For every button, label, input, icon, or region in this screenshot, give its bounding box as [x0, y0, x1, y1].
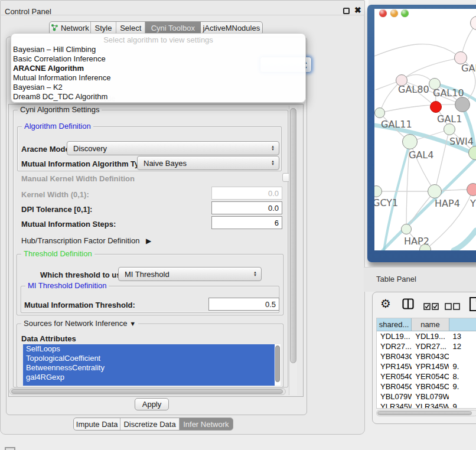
- dpi-tolerance-label: DPI Tolerance [0,1]:: [21, 205, 92, 214]
- tab-network[interactable]: Network: [50, 22, 91, 34]
- mi-threshold-label: Mutual Information Threshold:: [24, 301, 135, 309]
- mi-threshold-input[interactable]: [208, 298, 279, 311]
- attributes-scrollbar[interactable]: [275, 344, 281, 386]
- settings-horizontal-scrollbar[interactable]: [9, 388, 286, 395]
- dpi-tolerance-input[interactable]: [211, 201, 282, 214]
- settings-hscroll-thumb[interactable]: [11, 389, 283, 394]
- dropdown-item[interactable]: Mutual Information Inference: [11, 73, 305, 83]
- which-threshold-label: Which threshold to use:: [40, 270, 128, 279]
- sources-group-title: Sources for Network Inference ▼: [21, 319, 138, 328]
- float-window-icon[interactable]: [343, 8, 350, 14]
- table-row[interactable]: YBL079WYBL079W: [377, 392, 476, 402]
- tab-cyni-toolbox[interactable]: Cyni Toolbox: [145, 22, 200, 34]
- settings-vscroll-thumb[interactable]: [290, 108, 296, 363]
- aracne-mode-label: Aracne Mode:: [21, 145, 72, 154]
- expand-down-icon[interactable]: ▼: [129, 320, 136, 327]
- table-cell: YER054C: [412, 371, 449, 381]
- tab-jactivemnodules[interactable]: jActiveMNodules: [201, 22, 262, 34]
- deselect-all-checkboxes-icon[interactable]: [445, 302, 460, 312]
- network-node-gal1[interactable]: [444, 123, 455, 135]
- gear-icon[interactable]: ⚙: [380, 296, 391, 311]
- table-cell: 8.: [449, 371, 476, 381]
- table-cell: [449, 392, 476, 402]
- hub-definition-toggle[interactable]: Hub/Transcription Factor Definition ▶: [21, 236, 151, 245]
- table-row[interactable]: YER054CYER054C8.: [377, 371, 476, 381]
- table-row[interactable]: YDL19...YDL19...13: [377, 331, 476, 341]
- dropdown-item[interactable]: Bayesian – K2: [11, 83, 305, 92]
- dropdown-item[interactable]: Dream8 DC_TDC Algorithm: [11, 92, 305, 102]
- select-all-checkboxes-icon[interactable]: [423, 302, 439, 312]
- network-node-hap2[interactable]: [401, 224, 412, 234]
- dropdown-item[interactable]: Basic Correlation Inference: [11, 54, 305, 64]
- screen: Control Panel ✖ Network Style Select Cyn…: [0, 0, 476, 450]
- expand-right-icon[interactable]: ▶: [146, 237, 151, 245]
- mi-type-combo[interactable]: Naive Bayes ▲▼: [137, 156, 279, 170]
- tab-style[interactable]: Style: [91, 22, 117, 34]
- table-cell: YLR345W: [377, 402, 412, 409]
- close-window-icon[interactable]: [379, 9, 387, 17]
- settings-vertical-scrollbar[interactable]: [289, 106, 297, 395]
- table-cell: YBR045C: [412, 381, 449, 392]
- which-threshold-combo[interactable]: MI Threshold ▲▼: [118, 267, 262, 281]
- network-node-gal11[interactable]: [374, 107, 385, 118]
- table-row[interactable]: YDR27...YDR27...12: [377, 341, 476, 351]
- mi-steps-input[interactable]: [211, 216, 282, 229]
- table-cell: YDR27...: [377, 341, 412, 351]
- table-cell: YPR145W: [412, 361, 449, 371]
- table-cell: YLR345W: [412, 402, 449, 409]
- attribute-list-item[interactable]: TopologicalCoefficient: [23, 354, 275, 363]
- dropdown-item[interactable]: ARACNE Algorithm: [11, 64, 305, 73]
- dropdown-placeholder: Select algorithm to view settings: [11, 35, 305, 45]
- table-column-header[interactable]: shared...: [377, 318, 412, 331]
- minimize-window-icon[interactable]: [390, 9, 398, 17]
- tab-impute-data[interactable]: Impute Data: [74, 418, 120, 430]
- sources-title-label: Sources for Network Inference: [24, 319, 128, 328]
- tab-infer-network[interactable]: Infer Network: [180, 418, 233, 430]
- network-node[interactable]: [455, 97, 470, 112]
- network-node-hap4[interactable]: [428, 184, 442, 198]
- table-cell: YBR043C: [377, 351, 412, 361]
- table-row[interactable]: YBR043CYBR043C: [377, 351, 476, 361]
- dock-toggle-icon[interactable]: [5, 447, 15, 450]
- mi-type-label: Mutual Information Algorithm Type:: [21, 159, 151, 168]
- node-label: HAP4: [435, 198, 460, 209]
- table-column-header[interactable]: name: [412, 318, 449, 331]
- attributes-scrollbar-thumb[interactable]: [275, 345, 280, 382]
- attribute-list-item[interactable]: BetweennessCentrality: [23, 363, 275, 373]
- algorithm-dropdown-list: Select algorithm to view settings Bayesi…: [11, 33, 306, 103]
- network-node-y[interactable]: [467, 183, 476, 196]
- node-label: GAL4: [409, 149, 433, 161]
- kernel-width-input[interactable]: [211, 187, 282, 200]
- aracne-mode-combo[interactable]: Discovery ▲▼: [67, 141, 279, 155]
- attribute-list-item[interactable]: gal4RGexp: [23, 373, 275, 382]
- table-horizontal-scrollbar[interactable]: [376, 410, 476, 416]
- table-column-header[interactable]: [449, 318, 476, 331]
- cyni-settings-group-title: Cyni Algorithm Settings: [18, 105, 102, 114]
- table-cell: YBL079W: [377, 392, 412, 402]
- table-panel-title: Table Panel: [376, 275, 416, 283]
- close-icon[interactable]: ✖: [354, 5, 361, 15]
- dropdown-item[interactable]: Bayesian – Hill Climbing: [11, 45, 305, 54]
- which-threshold-value: MI Threshold: [125, 270, 169, 279]
- zoom-window-icon[interactable]: [401, 9, 409, 17]
- table-row[interactable]: YPR145WYPR145W9.: [377, 361, 476, 371]
- node-label: Y: [470, 198, 476, 209]
- combo-spinner-icon: ▲▼: [271, 160, 275, 166]
- column-layout-icon[interactable]: [402, 298, 414, 312]
- table-row[interactable]: YLR345WYLR345W9.: [377, 402, 476, 409]
- table-cell: 9.: [449, 402, 476, 409]
- attribute-list-item[interactable]: SelfLoops: [23, 344, 275, 354]
- data-attributes-list: SelfLoopsTopologicalCoefficientBetweenne…: [23, 344, 281, 386]
- table-cell: YDL19...: [377, 331, 412, 341]
- apply-button[interactable]: Apply: [135, 398, 169, 410]
- table-header-row: shared...name: [377, 318, 476, 331]
- network-node[interactable]: [430, 101, 442, 113]
- table-hscroll-thumb[interactable]: [377, 411, 472, 415]
- network-canvas[interactable]: GALGAL80GAL10GAL1GAL11SWI4GAL4GCY1HAP4YH…: [374, 9, 476, 250]
- tab-select[interactable]: Select: [116, 22, 145, 34]
- export-table-icon[interactable]: [469, 296, 476, 314]
- mi-threshold-group-title: MI Threshold Definition: [25, 281, 109, 290]
- network-node-gal4[interactable]: [402, 134, 418, 149]
- table-row[interactable]: YBR045CYBR045C9.: [377, 381, 476, 392]
- tab-discretize-data[interactable]: Discretize Data: [120, 418, 179, 430]
